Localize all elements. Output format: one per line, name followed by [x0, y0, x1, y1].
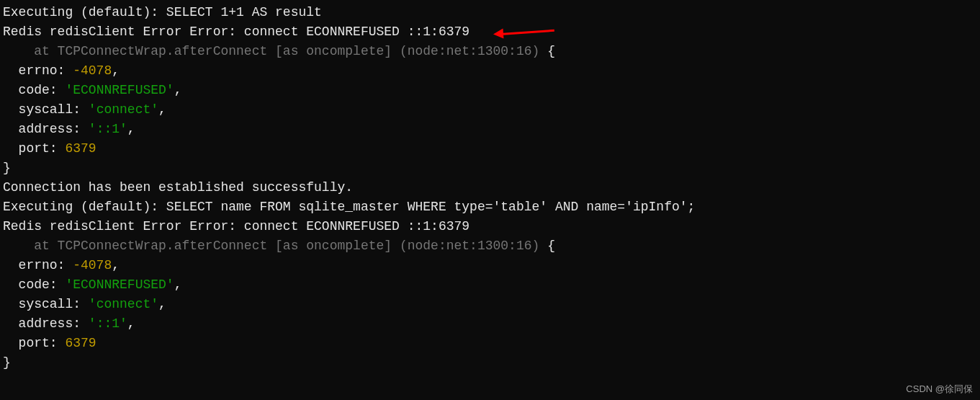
- comma: ,: [174, 277, 182, 292]
- terminal-output: Executing (default): SELECT 1+1 AS resul…: [3, 3, 977, 373]
- syscall-value-2: 'connect': [89, 297, 158, 311]
- errno-value-1: -4078: [73, 63, 112, 78]
- comma: ,: [127, 316, 135, 331]
- stack-trace-1: at TCPConnectWrap.afterConnect [as oncom…: [3, 44, 547, 58]
- log-line-port-2: port: 6379: [3, 334, 977, 353]
- comma: ,: [112, 63, 120, 78]
- log-line-stack-2: at TCPConnectWrap.afterConnect [as oncom…: [3, 236, 977, 256]
- annotation-arrow-icon: [490, 27, 554, 42]
- brace-open-2: {: [547, 239, 555, 253]
- log-line-code-2: code: 'ECONNREFUSED',: [3, 275, 977, 295]
- comma: ,: [127, 122, 135, 136]
- log-line-syscall-2: syscall: 'connect',: [3, 295, 977, 314]
- log-line-address-1: address: '::1',: [3, 120, 977, 139]
- address-label-2: address:: [3, 316, 89, 331]
- log-line-errno-1: errno: -4078,: [3, 61, 977, 81]
- log-line-connection-success: Connection has been established successf…: [3, 178, 977, 197]
- brace-close-2: }: [3, 353, 977, 373]
- address-label-1: address:: [3, 122, 89, 136]
- comma: ,: [158, 102, 166, 117]
- log-line-address-2: address: '::1',: [3, 314, 977, 334]
- syscall-label-1: syscall:: [3, 102, 89, 117]
- port-label-1: port:: [3, 141, 65, 156]
- stack-trace-2: at TCPConnectWrap.afterConnect [as oncom…: [3, 239, 547, 253]
- port-label-2: port:: [3, 336, 65, 350]
- address-value-2: '::1': [89, 316, 127, 331]
- brace-open-1: {: [547, 44, 555, 58]
- code-value-2: 'ECONNREFUSED': [65, 277, 174, 292]
- errno-value-2: -4078: [73, 258, 112, 272]
- log-line-executing-2: Executing (default): SELECT name FROM sq…: [3, 197, 977, 217]
- code-value-1: 'ECONNREFUSED': [65, 83, 174, 97]
- port-value-2: 6379: [65, 336, 96, 350]
- comma: ,: [174, 83, 182, 97]
- log-line-errno-2: errno: -4078,: [3, 256, 977, 275]
- errno-label-2: errno:: [3, 258, 73, 272]
- comma: ,: [112, 258, 120, 272]
- brace-close-1: }: [3, 159, 977, 178]
- errno-label-1: errno:: [3, 63, 73, 78]
- log-line-code-1: code: 'ECONNREFUSED',: [3, 81, 977, 100]
- comma: ,: [158, 297, 166, 311]
- syscall-label-2: syscall:: [3, 297, 89, 311]
- address-value-1: '::1': [89, 122, 127, 136]
- log-line-stack-1: at TCPConnectWrap.afterConnect [as oncom…: [3, 42, 977, 61]
- log-line-port-1: port: 6379: [3, 139, 977, 159]
- code-label-2: code:: [3, 277, 65, 292]
- watermark-text: CSDN @徐同保: [906, 382, 973, 396]
- log-line-executing-1: Executing (default): SELECT 1+1 AS resul…: [3, 3, 977, 22]
- log-line-redis-error-2: Redis redisClient Error Error: connect E…: [3, 217, 977, 236]
- port-value-1: 6379: [65, 141, 96, 156]
- log-line-syscall-1: syscall: 'connect',: [3, 100, 977, 120]
- syscall-value-1: 'connect': [89, 102, 158, 117]
- code-label-1: code:: [3, 83, 65, 97]
